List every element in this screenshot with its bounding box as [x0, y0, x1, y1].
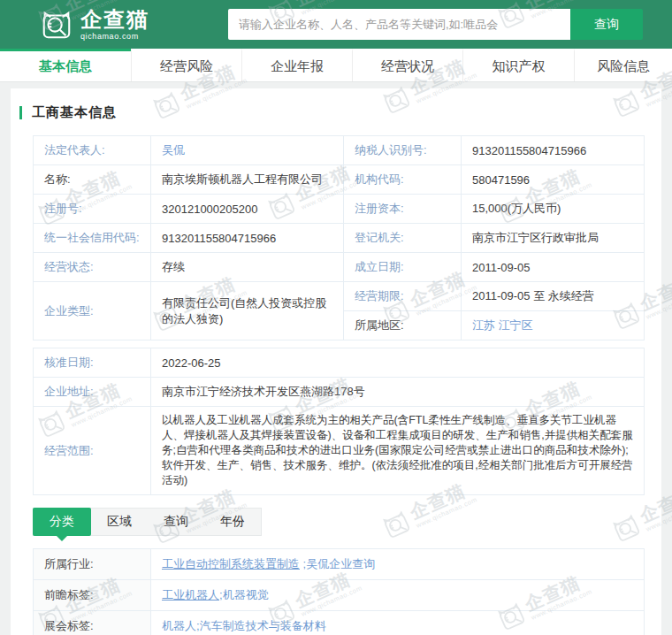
company-type-value: 有限责任公司(自然人投资或控股的法人独资)	[151, 282, 344, 340]
founded-date-label: 成立日期:	[344, 253, 462, 282]
approval-date-label: 核准日期:	[34, 348, 151, 378]
business-scope-label: 经营范围:	[34, 407, 151, 495]
company-name-label: 名称:	[34, 165, 151, 195]
search-input[interactable]	[228, 9, 570, 40]
section-accent-bar	[19, 106, 22, 119]
brand-domain: qichamao.com	[80, 33, 149, 41]
org-code-value: 580471596	[462, 165, 645, 195]
table-row: 前瞻标签: 工业机器人;机器视觉	[34, 580, 645, 611]
legal-rep-link[interactable]: 吴侃	[162, 143, 185, 157]
company-address-label: 企业地址:	[34, 378, 151, 407]
business-scope-value: 以机器人及工业机器人成套系统为主的相关产品(含FTL柔性生产线制造、垂直多关节工…	[151, 407, 645, 495]
table-row: 展会标签: 机器人;汽车制造技术与装备材料	[34, 611, 645, 635]
taxpayer-id-label: 纳税人识别号:	[344, 136, 462, 165]
credit-code-label: 统一社会信用代码:	[34, 224, 151, 253]
status-value: 存续	[151, 253, 344, 282]
exhibition-tag-link[interactable]: 汽车制造技术与装备材料	[200, 619, 326, 632]
filter-tab-category[interactable]: 分类	[33, 508, 91, 536]
filter-tab-year[interactable]: 年份	[204, 509, 261, 535]
exhibition-tags-label: 展会标签:	[34, 611, 151, 635]
region-label: 所属地区:	[344, 311, 462, 340]
filter-tab-query[interactable]: 查询	[148, 509, 204, 535]
industry-link[interactable]: 工业自动控制系统装置制造	[162, 557, 300, 570]
reg-authority-value: 南京市江宁区行政审批局	[462, 224, 645, 253]
tab-risk-info[interactable]: 风险信息	[574, 49, 672, 81]
region-link[interactable]: 江苏 江宁区	[472, 318, 533, 332]
brand-name: 企查猫	[80, 9, 149, 30]
tab-annual-report[interactable]: 企业年报	[241, 49, 352, 81]
term-value: 2011-09-05 至 永续经营	[462, 282, 645, 311]
table-gap	[33, 340, 644, 348]
cat-logo-icon	[40, 8, 73, 42]
table-row: 名称: 南京埃斯顿机器人工程有限公司 机构代码: 580471596	[34, 165, 645, 195]
reg-number-value: 320121000205200	[151, 195, 344, 224]
status-label: 经营状态:	[34, 253, 151, 282]
term-label: 经营期限:	[344, 282, 462, 311]
foresight-tag-link[interactable]: 工业机器人	[162, 588, 219, 601]
tab-operating-status[interactable]: 经营状况	[352, 49, 462, 81]
reg-capital-value: 15,000(万人民币)	[462, 195, 645, 224]
taxpayer-id-value: 913201155804715966	[462, 136, 645, 165]
table-row: 经营状态: 存续 成立日期: 2011-09-05	[34, 253, 645, 282]
company-type-label: 企业类型:	[34, 282, 151, 340]
foresight-tag-link[interactable]: 机器视觉	[223, 588, 269, 601]
header-bar: 企查猫 qichamao.com 查询	[0, 0, 672, 49]
reg-authority-label: 登记机关:	[344, 224, 462, 253]
reg-capital-label: 注册资本:	[344, 195, 462, 224]
table-row: 统一社会信用代码: 913201155804715966 登记机关: 南京市江宁…	[34, 224, 645, 253]
tags-table: 所属行业: 工业自动控制系统装置制造 ;吴侃企业查询 前瞻标签: 工业机器人;机…	[33, 548, 645, 635]
reg-number-label: 注册号:	[34, 195, 151, 224]
tab-operating-risk[interactable]: 经营风险	[131, 49, 241, 81]
search-button[interactable]: 查询	[570, 9, 643, 40]
table-row: 注册号: 320121000205200 注册资本: 15,000(万人民币)	[34, 195, 645, 224]
main-nav: 基本信息 经营风险 企业年报 经营状况 知识产权 风险信息	[0, 49, 672, 82]
filter-tabs: 分类 区域 查询 年份	[33, 508, 262, 536]
table-row: 经营范围: 以机器人及工业机器人成套系统为主的相关产品(含FTL柔性生产线制造、…	[34, 407, 645, 495]
section-header: 工商基本信息	[19, 104, 644, 121]
company-name-value: 南京埃斯顿机器人工程有限公司	[151, 165, 344, 195]
credit-code-value: 913201155804715966	[151, 224, 344, 253]
industry-link[interactable]: 吴侃企业查询	[306, 557, 375, 570]
page: 企查猫 www.qichamao.com 企查猫 www.qichamao.co…	[0, 0, 672, 635]
table-row: 核准日期: 2022-06-25	[34, 348, 645, 378]
legal-rep-label: 法定代表人:	[34, 136, 151, 165]
section-title: 工商基本信息	[32, 104, 117, 121]
filter-tab-region[interactable]: 区域	[91, 509, 148, 535]
industry-label: 所属行业:	[34, 549, 151, 580]
registration-info-table: 法定代表人: 吴侃 纳税人识别号: 913201155804715966 名称:…	[33, 135, 645, 340]
search-box: 查询	[228, 9, 643, 40]
site-logo[interactable]: 企查猫 qichamao.com	[40, 8, 149, 42]
org-code-label: 机构代码:	[344, 165, 462, 195]
founded-date-value: 2011-09-05	[462, 253, 645, 282]
foresight-tags-label: 前瞻标签:	[34, 580, 151, 611]
company-address-value: 南京市江宁经济技术开发区燕湖路178号	[151, 378, 645, 407]
content-card: 工商基本信息 法定代表人: 吴侃 纳税人识别号: 913201155804715…	[11, 88, 661, 635]
table-row: 法定代表人: 吴侃 纳税人识别号: 913201155804715966	[34, 136, 645, 165]
table-row: 企业类型: 有限责任公司(自然人投资或控股的法人独资) 经营期限: 2011-0…	[34, 282, 645, 311]
approval-date-value: 2022-06-25	[151, 348, 645, 378]
table-row: 所属行业: 工业自动控制系统装置制造 ;吴侃企业查询	[34, 549, 645, 580]
exhibition-tag-link[interactable]: 机器人	[162, 619, 196, 632]
detail-info-table: 核准日期: 2022-06-25 企业地址: 南京市江宁经济技术开发区燕湖路17…	[33, 348, 645, 495]
tab-intellectual-property[interactable]: 知识产权	[462, 49, 574, 81]
tab-basic-info[interactable]: 基本信息	[0, 49, 131, 81]
table-row: 企业地址: 南京市江宁经济技术开发区燕湖路178号	[34, 378, 645, 407]
